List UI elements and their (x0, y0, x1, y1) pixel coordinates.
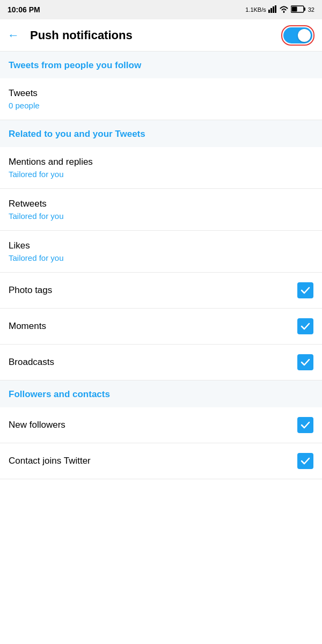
setting-label-moments: Moments (9, 321, 46, 332)
setting-label-photo-tags: Photo tags (9, 285, 52, 296)
status-bar: 10:06 PM 1.1KB/s 32 (0, 0, 322, 19)
section-title-related-to-you: Related to you and your Tweets (9, 129, 145, 139)
setting-item-left-moments: Moments (9, 321, 46, 332)
wifi-icon (279, 5, 289, 14)
setting-item-left-broadcasts: Broadcasts (9, 357, 54, 368)
setting-label-retweets: Retweets (9, 199, 64, 209)
page-title: Push notifications (30, 28, 133, 42)
setting-item-contact-joins[interactable]: Contact joins Twitter (0, 443, 322, 479)
battery-level: 32 (308, 6, 314, 13)
setting-item-likes[interactable]: LikesTailored for you (0, 231, 322, 273)
setting-sublabel-retweets: Tailored for you (9, 211, 64, 221)
setting-item-left-photo-tags: Photo tags (9, 285, 52, 296)
status-time: 10:06 PM (8, 5, 40, 14)
setting-item-mentions-replies[interactable]: Mentions and repliesTailored for you (0, 147, 322, 189)
setting-label-contact-joins: Contact joins Twitter (9, 456, 91, 466)
setting-item-broadcasts[interactable]: Broadcasts (0, 345, 322, 380)
toggle-knob (298, 29, 311, 42)
signal-icon (268, 5, 277, 14)
setting-sublabel-tweets: 0 people (9, 101, 40, 110)
setting-label-new-followers: New followers (9, 420, 65, 430)
section-header-tweets-from-follow: Tweets from people you follow (0, 52, 322, 78)
svg-rect-0 (268, 10, 270, 13)
svg-rect-2 (273, 6, 274, 13)
checkbox-contact-joins[interactable] (297, 453, 313, 469)
setting-item-retweets[interactable]: RetweetsTailored for you (0, 189, 322, 231)
setting-item-photo-tags[interactable]: Photo tags (0, 273, 322, 309)
back-button[interactable]: ← (8, 28, 19, 42)
section-title-tweets-from-follow: Tweets from people you follow (9, 60, 141, 70)
header-left: ← Push notifications (8, 28, 133, 42)
setting-item-left-tweets: Tweets0 people (9, 88, 40, 110)
checkbox-photo-tags[interactable] (297, 282, 313, 298)
checkbox-new-followers[interactable] (297, 417, 313, 433)
svg-rect-3 (275, 5, 276, 13)
setting-sublabel-likes: Tailored for you (9, 253, 64, 262)
push-notifications-toggle[interactable] (283, 27, 312, 43)
setting-item-left-retweets: RetweetsTailored for you (9, 199, 64, 221)
setting-label-broadcasts: Broadcasts (9, 357, 54, 368)
battery-icon (291, 5, 306, 14)
setting-item-left-contact-joins: Contact joins Twitter (9, 456, 91, 466)
svg-rect-1 (270, 8, 272, 13)
setting-sublabel-mentions-replies: Tailored for you (9, 170, 93, 179)
setting-item-left-likes: LikesTailored for you (9, 240, 64, 262)
setting-label-mentions-replies: Mentions and replies (9, 157, 93, 167)
checkbox-broadcasts[interactable] (297, 354, 313, 370)
setting-item-left-new-followers: New followers (9, 420, 65, 430)
section-header-followers-contacts: Followers and contacts (0, 380, 322, 407)
setting-item-left-mentions-replies: Mentions and repliesTailored for you (9, 157, 93, 179)
main-content: Tweets from people you followTweets0 peo… (0, 52, 322, 479)
svg-rect-6 (291, 7, 297, 12)
header: ← Push notifications (0, 19, 322, 52)
setting-label-likes: Likes (9, 240, 64, 251)
section-title-followers-contacts: Followers and contacts (9, 389, 110, 399)
svg-rect-5 (304, 8, 305, 11)
status-icons: 1.1KB/s 32 (245, 5, 314, 14)
checkbox-moments[interactable] (297, 318, 313, 334)
setting-item-moments[interactable]: Moments (0, 309, 322, 345)
network-speed: 1.1KB/s (245, 6, 266, 13)
setting-item-tweets[interactable]: Tweets0 people (0, 78, 322, 120)
push-notifications-toggle-container (281, 25, 314, 46)
setting-label-tweets: Tweets (9, 88, 40, 99)
section-header-related-to-you: Related to you and your Tweets (0, 120, 322, 147)
setting-item-new-followers[interactable]: New followers (0, 407, 322, 443)
